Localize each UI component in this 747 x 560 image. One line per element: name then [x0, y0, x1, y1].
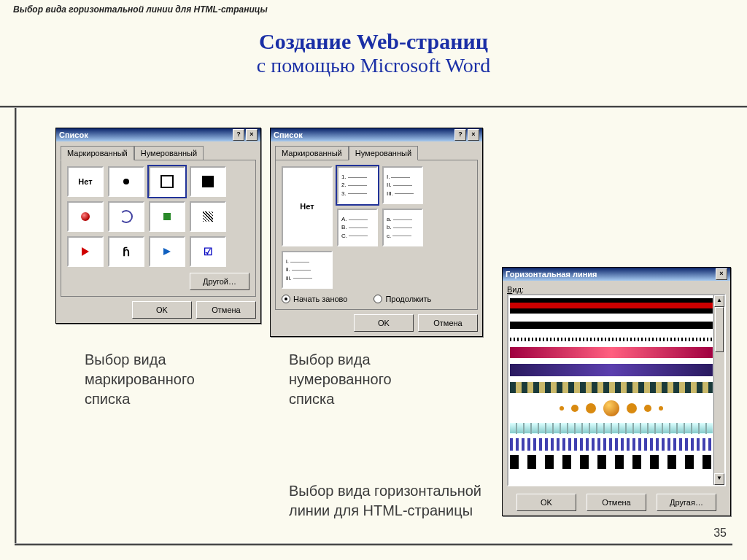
top-rule: [0, 106, 747, 108]
caption-hline: Выбор вида горизонтальной линии для HTML…: [289, 481, 481, 521]
dialog-numbered-list: Список ? × Маркированный Нумерованный Не…: [270, 128, 483, 337]
line-style[interactable]: [510, 423, 713, 434]
number-grid: Нет 1.2.3. I.II.III. A.B.C. a.b.c. i.ii.…: [282, 166, 471, 289]
number-abc[interactable]: a.b.c.: [382, 209, 423, 246]
scrollbar[interactable]: ▲ ▼: [713, 295, 724, 485]
slide-number: 35: [713, 526, 727, 540]
slide-heading: Создание Web-страниц с помощью Microsoft…: [0, 29, 747, 77]
number-ABC[interactable]: A.B.C.: [337, 209, 378, 246]
heading-line2: с помощью Microsoft Word: [0, 54, 747, 77]
number-none[interactable]: Нет: [282, 166, 333, 246]
bullet-hatch[interactable]: [190, 201, 226, 232]
bullet-green-square[interactable]: [149, 201, 185, 232]
bullet-grid: Нет ɦ ☑: [67, 166, 249, 267]
other-button[interactable]: Другой…: [190, 273, 249, 290]
bullet-square-solid[interactable]: [190, 166, 226, 197]
titlebar: Список ? ×: [56, 128, 260, 141]
tab-bulleted[interactable]: Маркированный: [275, 146, 349, 160]
top-note: Выбор вида горизонтальной линии для HTML…: [13, 4, 268, 15]
line-style-list[interactable]: ▲ ▼: [507, 294, 726, 486]
radio-continue[interactable]: Продолжить: [374, 295, 431, 303]
bullet-none[interactable]: Нет: [67, 166, 104, 197]
scroll-down-icon[interactable]: ▼: [714, 473, 724, 485]
number-i-ii-iii[interactable]: i.ii.iii.: [282, 251, 333, 289]
scroll-up-icon[interactable]: ▲: [714, 295, 724, 307]
titlebar-text: Список: [59, 128, 88, 141]
titlebar-text: Список: [274, 128, 303, 141]
titlebar-text: Горизонтальная линия: [506, 268, 597, 281]
titlebar: Список ? ×: [271, 128, 482, 141]
tab-bulleted[interactable]: Маркированный: [61, 146, 134, 160]
line-style[interactable]: [510, 455, 713, 469]
bullet-red-sphere[interactable]: [67, 201, 104, 232]
close-icon[interactable]: ×: [468, 129, 479, 141]
line-style[interactable]: [510, 399, 713, 419]
bullet-square-outline[interactable]: [149, 166, 185, 197]
line-style[interactable]: [510, 347, 713, 358]
ok-button[interactable]: OK: [354, 314, 414, 332]
close-icon[interactable]: ×: [246, 129, 258, 141]
help-icon[interactable]: ?: [233, 129, 244, 141]
line-style[interactable]: [510, 338, 713, 341]
bullet-spiral[interactable]: [108, 201, 144, 232]
dialog-horizontal-line: Горизонтальная линия × Вид:: [502, 267, 731, 516]
tabs: Маркированный Нумерованный: [61, 146, 256, 160]
bullet-red-arrow[interactable]: [67, 236, 104, 267]
view-label: Вид:: [507, 285, 726, 294]
cancel-button[interactable]: Отмена: [196, 301, 256, 319]
heading-line1: Создание Web-страниц: [0, 29, 747, 54]
number-I-II-III[interactable]: I.II.III.: [382, 166, 423, 204]
caption-numbered: Выбор вида нумерованного списка: [289, 350, 392, 409]
close-icon[interactable]: ×: [716, 268, 727, 280]
bullet-blue-arrow[interactable]: [149, 236, 185, 267]
other-button[interactable]: Другая…: [657, 494, 716, 511]
bullet-dot[interactable]: [108, 166, 144, 197]
tab-numbered[interactable]: Нумерованный: [134, 146, 204, 160]
number-123[interactable]: 1.2.3.: [337, 166, 378, 204]
bottom-rule: [15, 543, 732, 545]
bullet-squiggle[interactable]: ɦ: [108, 236, 144, 267]
help-icon[interactable]: ?: [454, 129, 466, 141]
titlebar: Горизонтальная линия ×: [503, 268, 730, 281]
left-rule: [15, 108, 18, 544]
line-style[interactable]: [510, 438, 713, 451]
ok-button[interactable]: OK: [132, 301, 192, 319]
bullet-checkbox[interactable]: ☑: [190, 236, 226, 267]
caption-bulleted: Выбор вида маркированного списка: [85, 350, 195, 409]
cancel-button[interactable]: Отмена: [418, 314, 478, 332]
line-style[interactable]: [510, 382, 713, 393]
scroll-thumb[interactable]: [715, 307, 724, 352]
cancel-button[interactable]: Отмена: [587, 494, 646, 511]
radio-restart[interactable]: Начать заново: [282, 295, 347, 303]
tab-numbered[interactable]: Нумерованный: [349, 146, 418, 160]
line-style[interactable]: [510, 298, 713, 314]
tabs: Маркированный Нумерованный: [275, 146, 478, 160]
line-style[interactable]: [510, 318, 713, 333]
ok-button[interactable]: OK: [516, 494, 576, 511]
line-style[interactable]: [510, 364, 713, 376]
dialog-bulleted-list: Список ? × Маркированный Нумерованный Не…: [55, 128, 261, 324]
